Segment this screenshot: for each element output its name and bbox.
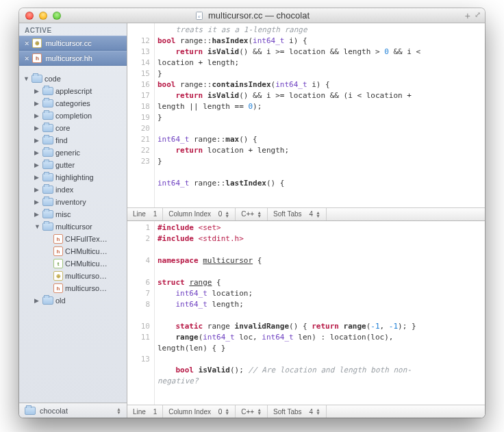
editor-area: 121314151617181920212223 treats it as a …: [127, 23, 485, 418]
status-line[interactable]: Line 1: [127, 208, 163, 220]
file-row[interactable]: hCHFullTex…: [19, 233, 127, 245]
sidebar: ACTIVE × ⊕ multicursor.cc× h multicursor…: [19, 23, 127, 418]
folder-icon: [42, 149, 53, 157]
folder-row[interactable]: ▶inventory: [19, 196, 127, 208]
close-icon[interactable]: ×: [25, 39, 29, 47]
file-badge-icon: h: [53, 246, 63, 256]
window-title-text: multicursor.cc — chocolat: [208, 10, 310, 21]
svg-rect-0: [196, 12, 202, 19]
disclosure-triangle-icon[interactable]: ▶: [34, 137, 40, 144]
code-bottom[interactable]: #include <set> #include <stdint.h> names…: [155, 221, 485, 405]
tree-label: old: [55, 296, 123, 305]
file-badge-icon: h: [53, 234, 63, 244]
editor-pane-top: 121314151617181920212223 treats it as a …: [127, 23, 485, 220]
disclosure-triangle-icon[interactable]: ▶: [34, 162, 40, 168]
folder-icon: [42, 223, 53, 231]
tree-label: index: [55, 186, 123, 194]
stepper-icon[interactable]: ▲▼: [257, 211, 262, 218]
folder-icon: [42, 161, 53, 169]
disclosure-triangle-icon[interactable]: ▶: [34, 100, 40, 107]
folder-icon: [42, 112, 53, 120]
status-bar-bottom: Line 1 Column Index 0▲▼ C++▲▼ Soft Tabs …: [127, 405, 485, 418]
add-pane-icon[interactable]: +: [465, 10, 470, 21]
svg-text:c: c: [198, 14, 200, 19]
stepper-icon[interactable]: ▲▼: [257, 408, 262, 415]
status-language[interactable]: C++▲▼: [236, 208, 268, 220]
traffic-lights: [19, 12, 61, 20]
stepper-icon[interactable]: ▲▼: [316, 408, 320, 415]
folder-row[interactable]: ▶misc: [19, 208, 127, 220]
close-icon[interactable]: ×: [25, 54, 29, 62]
disclosure-triangle-icon[interactable]: ▶: [34, 186, 40, 193]
disclosure-triangle-icon[interactable]: ▼: [34, 223, 40, 230]
stepper-icon[interactable]: ▲▼: [225, 408, 229, 415]
fullscreen-icon[interactable]: ⤢: [475, 10, 481, 21]
tree-label: code: [45, 75, 123, 83]
folder-row[interactable]: ▶applescript: [19, 85, 127, 97]
folder-row[interactable]: ▶find: [19, 134, 127, 147]
disclosure-triangle-icon[interactable]: ▶: [34, 112, 40, 119]
folder-icon: [32, 75, 42, 83]
sidebar-footer[interactable]: chocolat ▲▼: [19, 403, 127, 418]
stepper-icon[interactable]: ▲▼: [316, 211, 320, 218]
folder-icon: [42, 99, 53, 107]
status-tabs[interactable]: Soft Tabs 4▲▼: [268, 405, 327, 418]
tree-label: multicurso…: [65, 284, 123, 292]
stepper-icon[interactable]: ▲▼: [225, 211, 229, 218]
disclosure-triangle-icon[interactable]: ▶: [34, 88, 40, 94]
disclosure-triangle-icon[interactable]: ▶: [34, 174, 40, 181]
tree-label: completion: [55, 112, 123, 120]
window-title: c multicursor.cc — chocolat: [19, 10, 485, 21]
disclosure-triangle-icon[interactable]: ▶: [34, 149, 40, 156]
folder-row[interactable]: ▶gutter: [19, 159, 127, 171]
open-file[interactable]: × h multicursor.hh: [19, 51, 127, 66]
tree-label: categories: [55, 99, 123, 107]
disclosure-triangle-icon[interactable]: ▶: [34, 125, 40, 131]
folder-row[interactable]: ▼multicursor: [19, 220, 127, 233]
file-badge-icon: ⊕: [32, 38, 42, 48]
titlebar: c multicursor.cc — chocolat + ⤢: [19, 8, 485, 23]
code-top[interactable]: treats it as a 1-length range bool range…: [155, 23, 485, 207]
file-row[interactable]: ⊕multicurso…: [19, 270, 127, 282]
folder-row[interactable]: ▶completion: [19, 110, 127, 122]
open-file[interactable]: × ⊕ multicursor.cc: [19, 36, 127, 51]
disclosure-triangle-icon[interactable]: ▼: [23, 75, 29, 82]
project-menu-stepper[interactable]: ▲▼: [116, 407, 121, 414]
folder-icon: [25, 407, 36, 415]
tree-label: core: [55, 124, 123, 132]
sidebar-section-active: ACTIVE: [19, 23, 127, 36]
folder-row[interactable]: ▶old: [19, 294, 127, 307]
folder-row[interactable]: ▶index: [19, 183, 127, 196]
minimize-window-button[interactable]: [39, 12, 47, 20]
open-file-name: multicursor.hh: [45, 54, 92, 62]
zoom-window-button[interactable]: [53, 12, 61, 20]
disclosure-triangle-icon[interactable]: ▶: [34, 297, 40, 304]
file-row[interactable]: tCHMulticu…: [19, 257, 127, 270]
tree-label: highlighting: [55, 173, 123, 181]
status-line[interactable]: Line 1: [127, 405, 163, 418]
folder-row[interactable]: ▶categories: [19, 97, 127, 110]
gutter-bottom[interactable]: 12 4 678 1011 13: [127, 221, 155, 405]
folder-row[interactable]: ▶generic: [19, 147, 127, 159]
tree-label: multicursor: [55, 223, 123, 231]
status-column[interactable]: Column Index 0▲▼: [163, 208, 236, 220]
document-icon: c: [194, 11, 204, 21]
tree-label: find: [55, 136, 123, 144]
folder-row[interactable]: ▼code: [19, 73, 127, 85]
folder-icon: [42, 124, 53, 132]
file-tree[interactable]: ▼code▶applescript▶categories▶completion▶…: [19, 70, 127, 403]
status-tabs[interactable]: Soft Tabs 4▲▼: [268, 208, 327, 220]
status-language[interactable]: C++▲▼: [236, 405, 268, 418]
folder-row[interactable]: ▶highlighting: [19, 171, 127, 183]
disclosure-triangle-icon[interactable]: ▶: [34, 211, 40, 218]
file-row[interactable]: hCHMulticu…: [19, 245, 127, 257]
tree-label: multicurso…: [65, 272, 123, 280]
folder-icon: [42, 210, 53, 218]
folder-row[interactable]: ▶core: [19, 122, 127, 134]
status-column[interactable]: Column Index 0▲▼: [163, 405, 236, 418]
file-row[interactable]: hmulticurso…: [19, 282, 127, 294]
close-window-button[interactable]: [25, 12, 34, 20]
disclosure-triangle-icon[interactable]: ▶: [34, 199, 40, 205]
gutter-top[interactable]: 121314151617181920212223: [127, 23, 155, 207]
folder-icon: [42, 173, 53, 181]
